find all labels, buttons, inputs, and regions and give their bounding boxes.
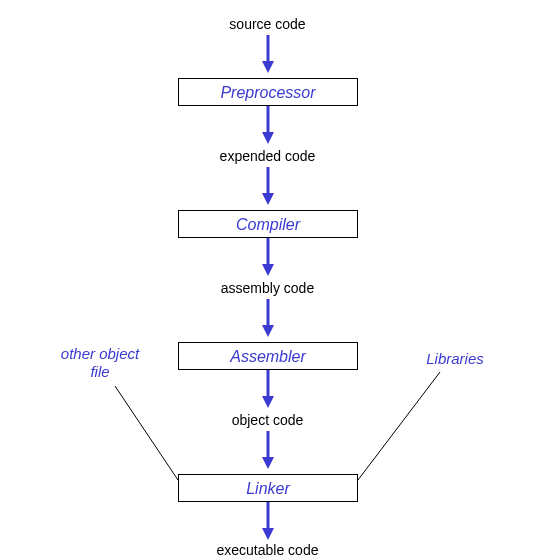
svg-marker-17 xyxy=(262,528,274,540)
arrow-linker-out xyxy=(262,502,274,540)
svg-line-15 xyxy=(358,372,440,480)
connector-right xyxy=(0,0,535,560)
label-executable-code: executable code xyxy=(0,542,535,558)
